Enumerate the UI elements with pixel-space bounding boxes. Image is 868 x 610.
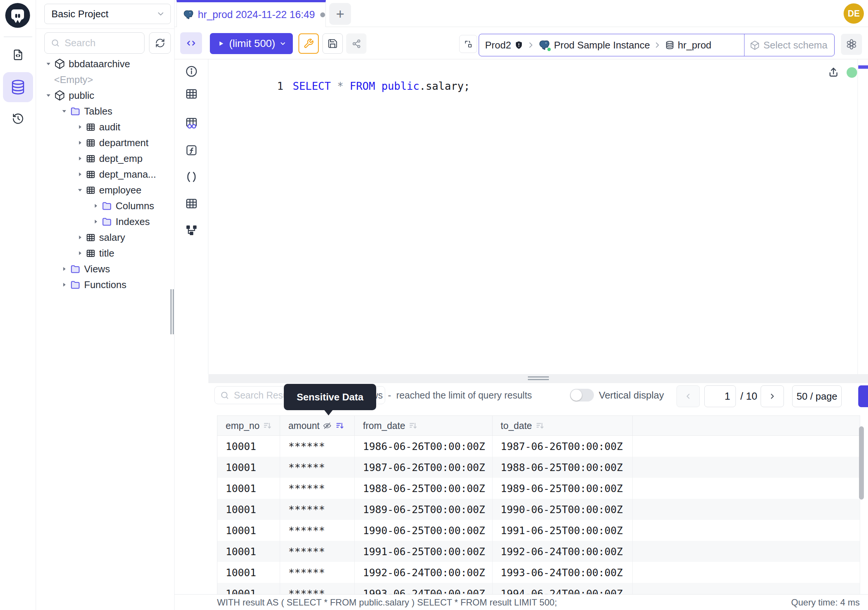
external-tables-icon[interactable] — [185, 197, 198, 210]
worksheet-nav-button[interactable] — [8, 44, 28, 65]
schema-diagram-icon[interactable] — [185, 224, 198, 237]
table-row[interactable]: 10001******1987-06-26T00:00:00Z1988-06-2… — [217, 457, 860, 478]
cell-to_date[interactable]: 1994-06-24T00:00:00Z — [493, 583, 633, 594]
environment-label[interactable]: Prod2 — [485, 39, 511, 51]
info-icon[interactable] — [185, 65, 198, 78]
tree-item-public[interactable]: public — [36, 87, 175, 103]
column-header-to_date[interactable]: to_date — [493, 416, 633, 435]
sort-icon[interactable] — [408, 421, 418, 431]
admin-mode-button[interactable] — [298, 33, 319, 54]
tables-icon[interactable] — [185, 87, 198, 101]
add-tab-button[interactable]: + — [329, 3, 351, 25]
table-row[interactable]: 10001******1988-06-25T00:00:00Z1989-06-2… — [217, 478, 860, 499]
tree-item-audit[interactable]: audit — [36, 119, 175, 135]
connection-breadcrumb[interactable]: Prod2 Prod Sample Instance hr_prod Selec… — [479, 34, 835, 56]
caret-down-icon[interactable] — [44, 60, 54, 68]
cell-from_date[interactable]: 1986-06-26T00:00:00Z — [355, 436, 493, 457]
tree-item-dept-emp[interactable]: dept_emp — [36, 151, 175, 166]
functions-icon[interactable] — [185, 143, 198, 157]
tree-item-views[interactable]: Views — [36, 261, 175, 277]
sql-editor[interactable]: 1SELECT * FROM public.salary; — [208, 59, 868, 374]
caret-right-icon[interactable] — [76, 123, 85, 131]
cell-to_date[interactable]: 1991-06-25T00:00:00Z — [493, 520, 633, 541]
bytebase-logo-icon[interactable] — [5, 3, 30, 28]
cell-emp_no[interactable]: 10001 — [217, 457, 280, 478]
caret-down-icon[interactable] — [76, 186, 85, 194]
table-row[interactable]: 10001******1992-06-24T00:00:00Z1993-06-2… — [217, 562, 860, 583]
caret-right-icon[interactable] — [76, 139, 85, 147]
cell-amount[interactable]: ****** — [280, 520, 355, 541]
refresh-button[interactable] — [149, 32, 171, 54]
tree-item-columns[interactable]: Columns — [36, 198, 175, 214]
tree-item-employee[interactable]: employee — [36, 182, 175, 198]
export-button[interactable] — [858, 385, 868, 407]
database-label[interactable]: hr_prod — [678, 39, 711, 51]
prev-page-button[interactable] — [677, 385, 700, 407]
cell-emp_no[interactable]: 10001 — [217, 436, 280, 457]
caret-right-icon[interactable] — [76, 154, 85, 163]
cell-amount[interactable]: ****** — [280, 499, 355, 520]
next-page-button[interactable] — [761, 385, 784, 407]
instance-label[interactable]: Prod Sample Instance — [554, 39, 650, 51]
vertical-display-toggle[interactable] — [570, 389, 594, 402]
cell-from_date[interactable]: 1991-06-25T00:00:00Z — [355, 541, 493, 562]
cell-emp_no[interactable]: 10001 — [217, 583, 280, 594]
tree-item-salary[interactable]: salary — [36, 230, 175, 245]
tab-worksheet[interactable]: hr_prod 2024-11-22 16:49 — [177, 0, 326, 27]
cell-from_date[interactable]: 1988-06-25T00:00:00Z — [355, 478, 493, 499]
share-button[interactable] — [346, 33, 366, 54]
project-select[interactable]: Basic Project — [44, 4, 171, 24]
schema-select[interactable]: Select schema — [744, 34, 834, 56]
cell-emp_no[interactable]: 10001 — [217, 499, 280, 520]
cell-to_date[interactable]: 1990-06-25T00:00:00Z — [493, 499, 633, 520]
tree-item-title[interactable]: title — [36, 245, 175, 261]
tree-search-input[interactable] — [65, 37, 129, 49]
cell-amount[interactable]: ****** — [280, 562, 355, 583]
cell-emp_no[interactable]: 10001 — [217, 478, 280, 499]
panel-resize-handle[interactable] — [170, 289, 174, 334]
cell-to_date[interactable]: 1987-06-26T00:00:00Z — [493, 436, 633, 457]
caret-right-icon[interactable] — [76, 249, 85, 257]
code-line[interactable]: 1SELECT * FROM public.salary; — [208, 68, 470, 105]
cell-to_date[interactable]: 1992-06-24T00:00:00Z — [493, 541, 633, 562]
caret-right-icon[interactable] — [60, 281, 70, 289]
cell-from_date[interactable]: 1990-06-25T00:00:00Z — [355, 520, 493, 541]
user-avatar[interactable]: DE — [843, 3, 864, 24]
caret-right-icon[interactable] — [76, 170, 85, 178]
results-scrollbar-thumb[interactable] — [859, 426, 864, 500]
history-nav-button[interactable] — [8, 108, 28, 129]
cell-emp_no[interactable]: 10001 — [217, 562, 280, 583]
column-header-emp_no[interactable]: emp_no — [217, 416, 280, 435]
disconnect-button[interactable] — [459, 35, 477, 53]
cell-from_date[interactable]: 1993-06-24T00:00:00Z — [355, 583, 493, 594]
save-button[interactable] — [322, 33, 343, 54]
cell-emp_no[interactable]: 10001 — [217, 520, 280, 541]
table-row[interactable]: 10001******1993-06-24T00:00:00Z1994-06-2… — [217, 583, 860, 594]
cell-amount[interactable]: ****** — [280, 457, 355, 478]
cell-amount[interactable]: ****** — [280, 541, 355, 562]
tree-item-empty[interactable]: <Empty> — [36, 72, 175, 87]
cell-emp_no[interactable]: 10001 — [217, 541, 280, 562]
tree-item-dept-mana[interactable]: dept_mana... — [36, 166, 175, 182]
cell-from_date[interactable]: 1987-06-26T00:00:00Z — [355, 457, 493, 478]
column-header-amount[interactable]: amount — [280, 416, 355, 435]
tree-item-tables[interactable]: Tables — [36, 103, 175, 119]
page-number-input[interactable] — [704, 385, 736, 407]
cell-from_date[interactable]: 1989-06-25T00:00:00Z — [355, 499, 493, 520]
column-header-from_date[interactable]: from_date — [355, 416, 493, 435]
tree-item-functions[interactable]: Functions — [36, 277, 175, 293]
table-row[interactable]: 10001******1991-06-25T00:00:00Z1992-06-2… — [217, 541, 860, 562]
sort-icon[interactable] — [535, 421, 545, 431]
cell-to_date[interactable]: 1988-06-25T00:00:00Z — [493, 457, 633, 478]
cell-amount[interactable]: ****** — [280, 583, 355, 594]
cell-to_date[interactable]: 1993-06-24T00:00:00Z — [493, 562, 633, 583]
cell-amount[interactable]: ****** — [280, 436, 355, 457]
chevron-down-icon[interactable] — [279, 39, 287, 48]
run-query-button[interactable]: (limit 500) — [210, 33, 293, 54]
sensitive-data-icon[interactable] — [185, 116, 198, 130]
cell-to_date[interactable]: 1989-06-25T00:00:00Z — [493, 478, 633, 499]
panel-splitter[interactable] — [208, 374, 868, 383]
table-row[interactable]: 10001******1986-06-26T00:00:00Z1987-06-2… — [217, 436, 860, 457]
cell-amount[interactable]: ****** — [280, 478, 355, 499]
format-sql-button[interactable] — [180, 32, 202, 54]
